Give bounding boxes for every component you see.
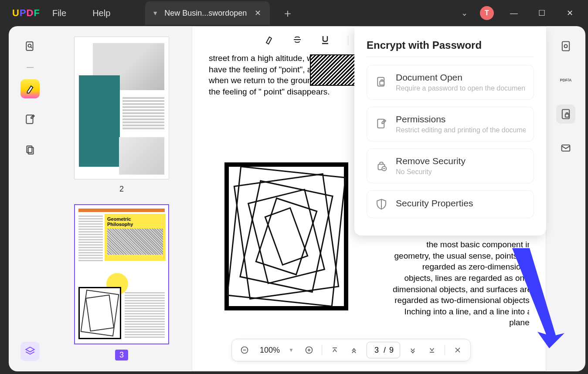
strikethrough-icon[interactable] [292, 34, 302, 47]
page-indicator[interactable]: 3 / 9 [367, 342, 400, 358]
svg-rect-12 [380, 81, 384, 85]
highlight-tool[interactable] [20, 79, 40, 98]
zoom-out-button[interactable] [238, 344, 251, 357]
thumb-photo2 [119, 137, 164, 175]
thumb-left-lines [78, 216, 103, 263]
first-page-button[interactable] [328, 344, 341, 357]
zoom-value: 100% [257, 346, 282, 355]
workspace: 2 Geometric Philosophy 3 street from [9, 26, 585, 371]
tab-title: New Busin...swordopen [164, 9, 247, 18]
zoom-caret-icon[interactable]: ▼ [289, 347, 294, 353]
close-toolbar-button[interactable] [451, 344, 464, 357]
thumb-small-img [107, 229, 163, 255]
bb-sep1 [322, 345, 322, 355]
remove-security-sub: No Security [396, 168, 526, 176]
spiral-image [224, 162, 348, 310]
permissions-title: Permissions [396, 114, 526, 125]
thumb-text-lines [122, 97, 164, 136]
zoom-in-button[interactable] [302, 344, 316, 357]
edit-tool[interactable] [20, 110, 40, 129]
lock-doc-icon [375, 76, 388, 89]
thumb-teal-block [79, 75, 120, 167]
search-tool[interactable] [20, 37, 40, 56]
pages-tool[interactable] [20, 140, 40, 159]
maximize-button[interactable]: ☐ [534, 5, 550, 21]
thumb-title1: Geometric [107, 216, 163, 222]
close-window-button[interactable]: ✕ [562, 5, 578, 21]
add-tab-button[interactable]: ＋ [282, 6, 293, 21]
security-properties-title: Security Properties [396, 198, 526, 209]
panel-divider [367, 57, 534, 57]
svg-rect-7 [562, 42, 569, 51]
document-tab[interactable]: ▼ New Busin...swordopen ✕ [145, 1, 270, 25]
document-open-title: Document Open [396, 72, 526, 83]
next-page-button[interactable] [406, 344, 419, 357]
thumbnail-panel: 2 Geometric Philosophy 3 [51, 26, 192, 371]
right-rail: PDF/A [546, 26, 585, 371]
shield-icon [375, 198, 388, 211]
thumb-title2: Philosophy [107, 222, 163, 227]
pdfa-tool[interactable]: PDF/A [556, 71, 575, 90]
svg-rect-4 [28, 148, 34, 154]
titlebar: UPDF File Help ▼ New Busin...swordopen ✕… [0, 0, 588, 26]
app-logo: UPDF [12, 7, 40, 19]
last-page-button[interactable] [425, 344, 438, 357]
remove-security-title: Remove Security [396, 156, 526, 166]
remove-security-icon [375, 159, 388, 172]
underline-icon[interactable] [320, 34, 330, 47]
encrypt-panel: Encrypt with Password Document Open Requ… [354, 27, 546, 236]
thumb-num-3: 3 [115, 350, 128, 361]
thumb-right-lines [125, 292, 165, 339]
pdfa-label: PDF/A [560, 78, 572, 82]
permissions-sub: Restrict editing and printing of the doc… [396, 126, 526, 134]
total-pages: 9 [389, 346, 394, 355]
thumb-spiral [78, 287, 121, 339]
toolbar-sep [348, 36, 348, 45]
page-sep: / [384, 346, 386, 355]
bottom-toolbar: 100% ▼ 3 / 9 [231, 339, 471, 361]
left-rail [9, 26, 51, 371]
share-tool[interactable] [556, 138, 575, 158]
titlebar-chevron-icon[interactable]: ⌄ [461, 8, 468, 18]
convert-tool[interactable] [556, 37, 575, 56]
document-open-sub: Require a password to open the document [396, 84, 526, 92]
protect-tool[interactable] [556, 104, 575, 124]
remove-security-card[interactable]: Remove Security No Security [367, 148, 534, 183]
bb-sep2 [445, 345, 445, 355]
current-page: 3 [373, 346, 380, 355]
user-avatar[interactable]: T [480, 6, 494, 20]
thumbnail-page-3[interactable]: Geometric Philosophy [74, 204, 169, 344]
rail-divider [27, 67, 34, 68]
layers-tool[interactable] [20, 342, 40, 361]
document-open-card[interactable]: Document Open Require a password to open… [367, 65, 534, 100]
annotate-toolbar [264, 34, 348, 47]
minimize-button[interactable]: — [506, 5, 522, 21]
highlighter-icon[interactable] [264, 34, 275, 47]
permissions-icon [375, 118, 388, 131]
permissions-card[interactable]: Permissions Restrict editing and printin… [367, 107, 534, 142]
thumb-bar [78, 209, 165, 212]
tab-close-icon[interactable]: ✕ [253, 7, 263, 19]
menu-file[interactable]: File [52, 8, 66, 18]
body-text-right: the most basic component in geometry, th… [392, 239, 529, 328]
security-properties-card[interactable]: Security Properties [367, 190, 534, 218]
svg-point-1 [28, 44, 31, 47]
thumb-yellow-card: Geometric Philosophy [105, 214, 166, 261]
svg-rect-0 [26, 42, 33, 51]
panel-title: Encrypt with Password [367, 39, 534, 51]
thumb-num-2: 2 [64, 185, 180, 194]
svg-rect-9 [565, 114, 569, 117]
prev-page-button[interactable] [347, 344, 360, 357]
tab-caret-icon[interactable]: ▼ [152, 10, 158, 17]
thumbnail-page-2[interactable] [74, 37, 169, 179]
menu-help[interactable]: Help [92, 8, 110, 18]
